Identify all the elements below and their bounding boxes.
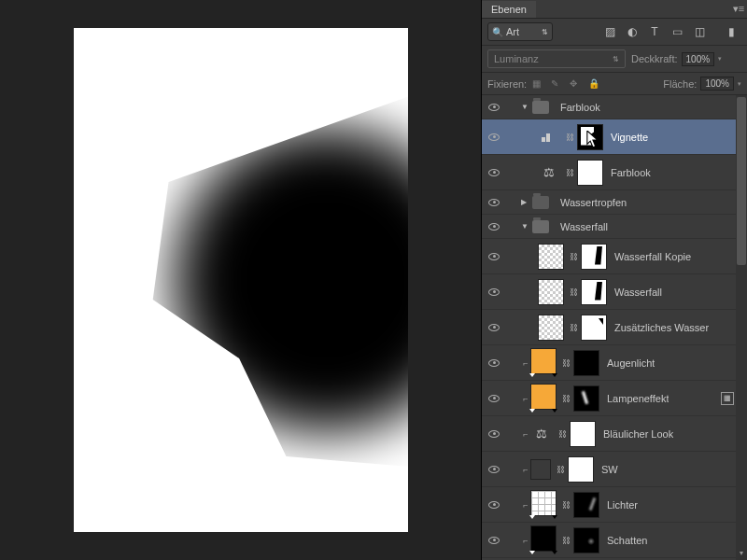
chevron-down-icon[interactable]: ▾	[718, 55, 722, 63]
layer-mask-thumbnail[interactable]	[568, 456, 594, 483]
layer-mask-thumbnail[interactable]	[573, 385, 599, 412]
layer-group-farblook[interactable]: ▼ Farblook	[482, 95, 747, 119]
layer-mask-thumbnail[interactable]	[573, 492, 599, 518]
layer-mask-thumbnail[interactable]	[581, 315, 607, 341]
filter-type-label: Art	[506, 26, 519, 37]
mask-preview-blob	[130, 84, 408, 476]
link-mask-icon[interactable]: ⛓	[560, 500, 571, 510]
filter-type-icon[interactable]: T	[648, 25, 661, 38]
layer-mask-thumbnail[interactable]	[573, 350, 599, 376]
filter-smart-icon[interactable]: ◫	[693, 25, 706, 38]
layer-label: Wassertropfen	[560, 197, 627, 208]
scrollbar-thumb[interactable]	[737, 97, 746, 265]
layer-thumbnail[interactable]	[538, 244, 564, 270]
lock-all-icon[interactable]: 🔒	[588, 78, 599, 90]
gradient-map-thumbnail[interactable]	[530, 459, 551, 480]
filter-pixel-icon[interactable]: ▨	[603, 25, 616, 38]
folder-icon	[532, 196, 549, 209]
layer-wasserfall[interactable]: ⛓ Wasserfall	[482, 274, 747, 310]
curves-adjustment-thumbnail[interactable]	[530, 490, 557, 516]
link-mask-icon[interactable]: ⛓	[560, 536, 571, 545]
filter-adjustment-icon[interactable]: ◐	[626, 25, 639, 38]
visibility-toggle[interactable]	[484, 466, 504, 473]
document-canvas[interactable]	[74, 28, 408, 532]
opacity-value[interactable]: 100%	[682, 52, 715, 66]
visibility-toggle[interactable]	[484, 430, 504, 438]
clipping-indicator-icon: ⌐	[521, 536, 530, 545]
adjustment-thumbnail[interactable]	[530, 384, 557, 410]
layer-zusatz-wasser[interactable]: ⛓ Zusätzliches Wasser	[482, 310, 747, 345]
visibility-toggle[interactable]	[484, 395, 504, 402]
layer-label: Farblook	[560, 102, 600, 113]
visibility-toggle[interactable]	[484, 501, 504, 509]
visibility-toggle[interactable]	[484, 324, 504, 331]
filter-type-select[interactable]: 🔍 Art ⇅	[487, 22, 553, 41]
layer-mask-thumbnail[interactable]	[573, 527, 599, 553]
filter-toggle-icon[interactable]: ▮	[725, 25, 738, 38]
layer-thumbnail[interactable]	[538, 315, 564, 341]
layer-thumbnail[interactable]	[538, 279, 564, 305]
visibility-toggle[interactable]	[484, 253, 504, 260]
lock-position-icon[interactable]: ✥	[570, 78, 581, 90]
folder-open-icon	[532, 101, 549, 114]
filter-shape-icon[interactable]: ▭	[670, 25, 684, 38]
clipping-indicator-icon: ⌐	[521, 358, 530, 368]
layer-wasserfall-kopie[interactable]: ⛓ Wasserfall Kopie	[482, 239, 747, 274]
visibility-toggle[interactable]	[484, 223, 504, 231]
opacity-label: Deckkraft:	[631, 53, 678, 64]
layer-label: Lichter	[607, 499, 638, 511]
adjustment-thumbnail[interactable]	[530, 348, 557, 374]
layer-mask-thumbnail[interactable]	[581, 279, 607, 305]
disclosure-triangle-icon[interactable]: ▶	[521, 198, 532, 206]
link-mask-icon[interactable]: ⛓	[560, 394, 571, 403]
scroll-down-icon[interactable]: ▾	[736, 549, 747, 560]
link-mask-icon[interactable]: ⛓	[568, 323, 579, 332]
visibility-toggle[interactable]	[484, 537, 504, 544]
layer-mask-thumbnail[interactable]	[577, 124, 603, 150]
panel-menu-button[interactable]: ▾≡	[730, 3, 747, 15]
visibility-toggle[interactable]	[484, 169, 504, 176]
eye-icon	[488, 324, 500, 331]
layer-lichter[interactable]: ⌐ ⛓ Lichter	[482, 487, 747, 523]
layer-filter-row: 🔍 Art ⇅ ▨ ◐ T ▭ ◫ ▮	[482, 19, 747, 46]
layer-farblook[interactable]: ⚖ ⛓ Farblook	[482, 155, 747, 190]
panel-header: Ebenen ▾≡	[482, 0, 747, 19]
layer-schatten[interactable]: ⌐ ⛓ Schatten	[482, 523, 747, 558]
layer-mask-thumbnail[interactable]	[581, 244, 607, 270]
link-mask-icon[interactable]: ⛓	[564, 133, 575, 142]
link-mask-icon[interactable]: ⛓	[560, 358, 571, 368]
layer-group-wassertropfen[interactable]: ▶ Wassertropfen	[482, 190, 747, 215]
layer-vignette[interactable]: ⛓ Vignette	[482, 119, 747, 155]
layer-mask-thumbnail[interactable]	[577, 160, 603, 186]
link-mask-icon[interactable]: ⛓	[568, 287, 579, 297]
visibility-toggle[interactable]	[484, 359, 504, 367]
layer-label: Wasserfall	[560, 221, 608, 232]
fill-value[interactable]: 100%	[700, 77, 734, 91]
visibility-toggle[interactable]	[484, 288, 504, 296]
scrollbar-track[interactable]: ▴ ▾	[736, 95, 747, 560]
visibility-toggle[interactable]	[484, 133, 504, 141]
disclosure-triangle-icon[interactable]: ▼	[521, 222, 532, 231]
layer-lampeneffekt[interactable]: ⌐ ⛓ Lampeneffekt ▦	[482, 381, 747, 416]
blend-mode-select[interactable]: Luminanz ⇅	[487, 49, 626, 68]
smart-filter-icon[interactable]: ▦	[721, 392, 734, 405]
layer-augenlicht[interactable]: ⌐ ⛓ Augenlicht	[482, 345, 747, 381]
layer-blaulicher-look[interactable]: ⌐ ⚖ ⛓ Bläulicher Look	[482, 416, 747, 452]
link-mask-icon[interactable]: ⛓	[557, 429, 568, 439]
eye-icon	[488, 501, 500, 509]
layer-group-wasserfall[interactable]: ▼ Wasserfall	[482, 215, 747, 239]
link-mask-icon[interactable]: ⛓	[555, 465, 566, 474]
link-mask-icon[interactable]: ⛓	[568, 252, 579, 261]
link-mask-icon[interactable]: ⛓	[564, 168, 575, 177]
panel-tab-layers[interactable]: Ebenen	[482, 1, 536, 18]
adjustment-thumbnail[interactable]	[530, 525, 557, 552]
lock-transparency-icon[interactable]: ▦	[532, 78, 543, 90]
disclosure-triangle-icon[interactable]: ▼	[521, 103, 532, 111]
layer-mask-thumbnail[interactable]	[570, 421, 596, 447]
visibility-toggle[interactable]	[484, 104, 504, 111]
chevron-down-icon[interactable]: ▾	[738, 80, 741, 88]
visibility-toggle[interactable]	[484, 199, 504, 206]
lock-pixels-icon[interactable]: ✎	[551, 78, 562, 90]
layer-sw[interactable]: ⌐ ⛓ SW	[482, 452, 747, 487]
layer-label: Schatten	[607, 535, 647, 546]
